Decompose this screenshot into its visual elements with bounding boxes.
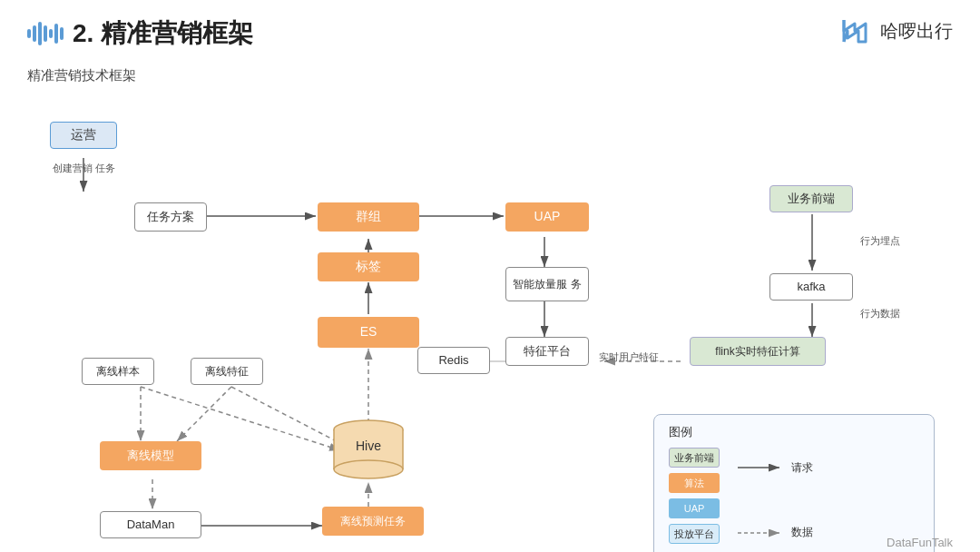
- box-lixianyangben: 离线样本: [82, 358, 154, 385]
- hive-label: Hive: [331, 439, 406, 453]
- legend-row-green: 业务前端: [669, 448, 720, 468]
- box-redis: Redis: [417, 347, 490, 374]
- legend-item-toufa: 投放平台: [669, 524, 720, 544]
- legend-title: 图例: [669, 424, 919, 440]
- box-zhineng: 智能放量服 务: [505, 267, 589, 301]
- svg-point-27: [334, 460, 403, 478]
- box-lixianyuce: 离线预测任务: [322, 507, 424, 536]
- diagram-area: 精准营销技术框架: [0, 60, 980, 552]
- box-tezhengpingtai: 特征平台: [505, 337, 589, 366]
- box-yewuqianduan: 业务前端: [769, 185, 853, 212]
- sound-wave-icon: [27, 22, 64, 45]
- label-hangweidashuju: 行为数据: [860, 307, 900, 320]
- legend-item-yewuqianduan: 业务前端: [669, 448, 720, 468]
- box-qunzu: 群组: [318, 202, 419, 232]
- box-lixiantezheng: 离线特征: [191, 358, 263, 385]
- legend-row-outline: 投放平台: [669, 524, 720, 544]
- box-yunying: 运营: [50, 122, 117, 149]
- legend-arrow-dashed: 数据: [738, 525, 813, 540]
- watermark: DataFunTalk: [887, 536, 953, 549]
- box-dataman: DataMan: [100, 511, 201, 538]
- logo-area: 哈啰出行: [840, 15, 953, 47]
- logo-text: 哈啰出行: [880, 19, 953, 44]
- box-hive: Hive: [331, 419, 406, 480]
- logo-icon: [840, 15, 873, 47]
- box-uap: UAP: [505, 202, 589, 232]
- subtitle: 精准营销技术框架: [27, 67, 136, 84]
- legend-row-blue: UAP: [669, 498, 720, 518]
- box-renwufangan: 任务方案: [134, 202, 207, 232]
- label-chuangjian: 创建营销 任务: [53, 162, 115, 175]
- svg-line-14: [177, 387, 231, 441]
- legend-item-suanfa: 算法: [669, 473, 720, 493]
- box-biaoqian: 标签: [318, 252, 419, 281]
- box-flinkjisuan: flink实时特征计算: [690, 337, 826, 366]
- label-shishitezheng: 实时用户特征: [599, 350, 659, 364]
- box-lixianmoxing: 离线模型: [100, 441, 201, 470]
- label-hangweimaizi: 行为埋点: [860, 234, 900, 248]
- box-kafka: kafka: [769, 273, 853, 301]
- legend-row-orange: 算法: [669, 473, 720, 493]
- box-es: ES: [318, 317, 419, 348]
- legend-box: 图例 业务前端 算法 UAP 投放平台 请求: [653, 414, 935, 552]
- page-title: 2. 精准营销框架: [73, 16, 253, 51]
- legend-arrow-solid: 请求: [738, 460, 813, 476]
- legend-item-uap: UAP: [669, 498, 720, 518]
- header: 2. 精准营销框架: [0, 0, 980, 60]
